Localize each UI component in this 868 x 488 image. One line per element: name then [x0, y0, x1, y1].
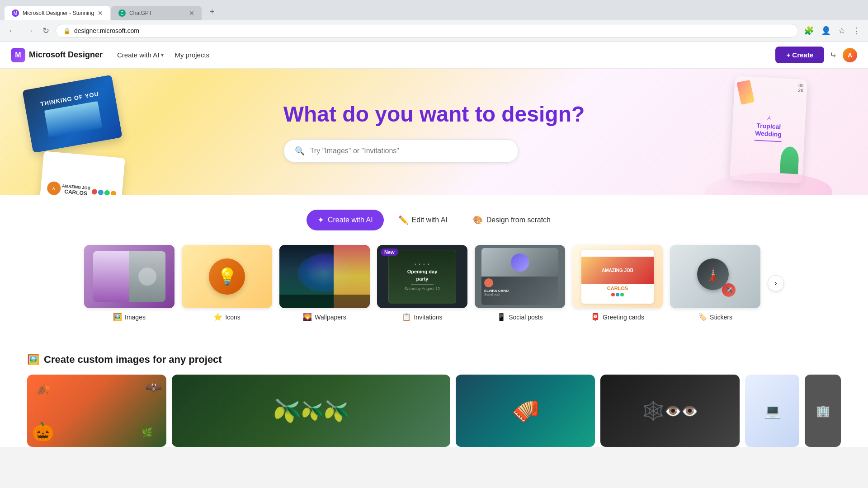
new-badge: New	[381, 249, 398, 256]
category-label-invitations: 📋 Invitations	[402, 313, 442, 321]
more-button[interactable]: ⋮	[851, 24, 863, 38]
edit-ai-label: Edit with AI	[412, 216, 448, 224]
logo-icon: M	[11, 48, 25, 62]
category-label-icons: ⭐ Icons	[213, 313, 240, 321]
social-text: Social posts	[509, 314, 542, 321]
images-text: Images	[125, 314, 146, 321]
share-icon[interactable]: ⤷	[830, 50, 837, 61]
custom-item-halloween[interactable]: 🎃 🦇 🍂 🌿	[27, 375, 166, 447]
tab-close-chatgpt[interactable]: ✕	[189, 9, 194, 17]
category-grid: 🖼️ Images 💡 ⭐ Icons	[27, 245, 841, 321]
tab-close-designer[interactable]: ✕	[98, 9, 103, 17]
search-input[interactable]	[310, 147, 507, 155]
category-label-social: 📱 Social posts	[497, 313, 542, 321]
custom-item-olives[interactable]: 🫒 🫒 🫒	[172, 375, 450, 447]
categories-next-arrow[interactable]: ›	[768, 275, 784, 291]
category-wallpapers[interactable]: 🌄 Wallpapers	[279, 245, 370, 321]
create-button-label: + Create	[786, 51, 813, 59]
nav-create-ai[interactable]: Create with AI ▾	[112, 47, 169, 62]
nav-create-ai-label: Create with AI	[117, 51, 159, 59]
app-navbar: M Microsoft Designer Create with AI ▾ My…	[0, 42, 868, 69]
category-images[interactable]: 🖼️ Images	[84, 245, 175, 321]
design-scratch-icon: 🎨	[473, 215, 483, 225]
design-scratch-label: Design from scratch	[486, 216, 551, 224]
nav-projects-label: My projects	[175, 51, 209, 59]
wallpapers-text: Wallpapers	[315, 314, 346, 321]
browser-nav-bar: ← → ↻ 🔒 designer.microsoft.com 🧩 👤 ☆ ⋮	[0, 20, 868, 42]
social-icon: 📱	[497, 313, 506, 321]
category-label-wallpapers: 🌄 Wallpapers	[303, 313, 346, 321]
category-label-stickers: 🏷️ Stickers	[698, 313, 732, 321]
create-button[interactable]: + Create	[775, 47, 824, 63]
category-thumb-icons: 💡	[182, 245, 272, 308]
address-bar[interactable]: 🔒 designer.microsoft.com	[56, 24, 798, 38]
back-button[interactable]: ←	[5, 24, 19, 38]
tab-favicon-designer: M	[12, 9, 19, 17]
greeting-text: Greeting cards	[603, 314, 644, 321]
create-ai-label: Create with AI	[328, 216, 373, 224]
custom-images-section: 🖼️ Create custom images for any project …	[0, 354, 868, 447]
category-thumb-stickers: 🗼 ✈️	[670, 245, 760, 308]
icons-icon: ⭐	[213, 313, 222, 321]
stickers-text: Stickers	[710, 314, 732, 321]
search-icon: 🔍	[295, 146, 305, 156]
category-thumb-greeting: AMAZING JOB CARLOS	[572, 245, 663, 308]
create-ai-icon: ✦	[317, 215, 324, 225]
extensions-button[interactable]: 🧩	[802, 24, 816, 38]
tab-design-scratch[interactable]: 🎨 Design from scratch	[462, 210, 561, 230]
hero-left-cards: THINKING OF YOU A AMAZING JOBCARLOS	[27, 82, 122, 195]
search-box[interactable]: 🔍	[283, 139, 519, 163]
custom-section-title-text: Create custom images for any project	[44, 354, 222, 366]
category-label-greeting: 📮 Greeting cards	[591, 313, 644, 321]
hero-section: THINKING OF YOU A AMAZING JOBCARLOS	[0, 69, 868, 195]
lock-icon: 🔒	[63, 28, 71, 34]
nav-right: + Create ⤷ A	[775, 47, 857, 63]
logo-text: Microsoft Designer	[29, 50, 103, 60]
main-content: ✦ Create with AI ✏️ Edit with AI 🎨 Desig…	[0, 195, 868, 354]
custom-item-tech[interactable]: 💻	[745, 375, 799, 447]
hero-platform	[705, 173, 832, 195]
category-thumb-wallpapers	[279, 245, 370, 308]
mode-tabs: ✦ Create with AI ✏️ Edit with AI 🎨 Desig…	[27, 210, 841, 230]
custom-item-building[interactable]: 🏢	[805, 375, 841, 447]
hero-content: What do you want to design? 🔍	[283, 102, 585, 163]
reload-button[interactable]: ↻	[40, 24, 52, 38]
tab-chatgpt[interactable]: C ChatGPT ✕	[111, 6, 202, 20]
tropical-wedding-card: 0526 A TropicalWedding	[730, 76, 807, 183]
tab-designer[interactable]: M Microsoft Designer - Stunning ✕	[5, 6, 110, 20]
nav-right-icons: 🧩 👤 ☆ ⋮	[802, 24, 863, 38]
category-icons[interactable]: 💡 ⭐ Icons	[182, 245, 272, 321]
tab-edit-ai[interactable]: ✏️ Edit with AI	[387, 210, 458, 230]
category-invitations[interactable]: New • • • • Opening dayparty Saturday Au…	[377, 245, 467, 321]
forward-button[interactable]: →	[23, 24, 36, 38]
custom-section-icon: 🖼️	[27, 354, 39, 366]
hero-title: What do you want to design?	[283, 102, 585, 127]
category-greeting-cards[interactable]: AMAZING JOB CARLOS 📮 Greeting cards	[572, 245, 663, 321]
tab-create-ai[interactable]: ✦ Create with AI	[307, 210, 384, 230]
tab-title-chatgpt: ChatGPT	[129, 10, 185, 16]
hero-right-card: 0526 A TropicalWedding	[732, 78, 832, 195]
nav-my-projects[interactable]: My projects	[169, 47, 215, 62]
category-stickers[interactable]: 🗼 ✈️ 🏷️ Stickers	[670, 245, 760, 321]
url-text: designer.microsoft.com	[74, 27, 791, 34]
favorites-button[interactable]: ☆	[836, 24, 847, 38]
stickers-icon: 🏷️	[698, 313, 707, 321]
hero-card-carlos: A AMAZING JOBCARLOS	[38, 151, 125, 195]
chevron-down-icon: ▾	[161, 52, 164, 58]
category-social-posts[interactable]: ELVIRA CANO Social post 📱 Social posts	[475, 245, 565, 321]
app-logo[interactable]: M Microsoft Designer	[11, 48, 103, 62]
custom-item-mariachi[interactable]: 🪗	[456, 375, 595, 447]
new-tab-icon: +	[210, 7, 215, 17]
user-avatar[interactable]: A	[843, 48, 857, 62]
icons-text: Icons	[225, 314, 240, 321]
category-thumb-social: ELVIRA CANO Social post	[475, 245, 565, 308]
custom-item-spiderweb[interactable]: 🕸️ 👁️ 👁️	[600, 375, 740, 447]
custom-section-header: 🖼️ Create custom images for any project	[27, 354, 841, 366]
category-thumb-images	[84, 245, 175, 308]
greeting-icon: 📮	[591, 313, 600, 321]
new-tab-button[interactable]: +	[203, 4, 221, 20]
category-label-images: 🖼️ Images	[113, 313, 146, 321]
tab-title-designer: Microsoft Designer - Stunning	[23, 10, 94, 16]
browser-profile-button[interactable]: 👤	[819, 24, 833, 38]
edit-ai-icon: ✏️	[398, 215, 408, 225]
